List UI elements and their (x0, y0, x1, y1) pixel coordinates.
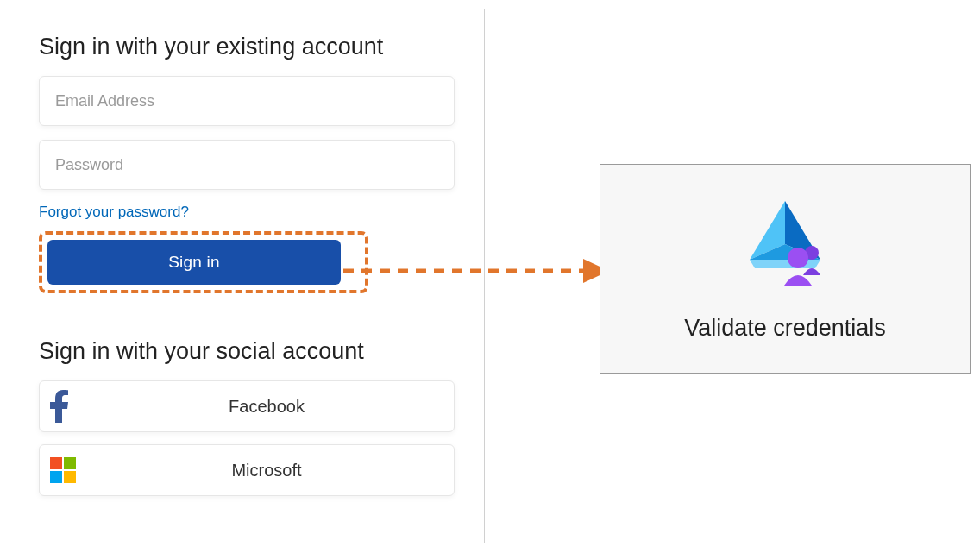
microsoft-button[interactable]: Microsoft (39, 444, 455, 496)
svg-rect-1 (64, 457, 76, 469)
svg-rect-3 (64, 471, 76, 483)
validate-caption: Validate credentials (684, 315, 886, 342)
signin-highlight-frame: Sign in (39, 231, 368, 293)
forgot-password-link[interactable]: Forgot your password? (39, 204, 189, 221)
svg-marker-9 (750, 260, 820, 268)
validate-credentials-box: Validate credentials (600, 164, 971, 374)
facebook-button[interactable]: Facebook (39, 380, 455, 432)
social-section: Sign in with your social account Faceboo… (39, 338, 455, 496)
signin-button[interactable]: Sign in (47, 240, 341, 285)
microsoft-icon (50, 457, 90, 483)
azure-ad-icon (738, 196, 832, 294)
facebook-label: Facebook (90, 397, 443, 417)
social-title: Sign in with your social account (39, 338, 455, 365)
facebook-icon (50, 390, 90, 423)
arrow-icon (343, 254, 611, 288)
email-field[interactable] (39, 76, 455, 126)
microsoft-label: Microsoft (90, 461, 443, 480)
password-field[interactable] (39, 140, 455, 190)
svg-point-11 (788, 248, 808, 268)
signin-title: Sign in with your existing account (39, 34, 455, 60)
svg-rect-2 (50, 471, 62, 483)
svg-rect-0 (50, 457, 62, 469)
